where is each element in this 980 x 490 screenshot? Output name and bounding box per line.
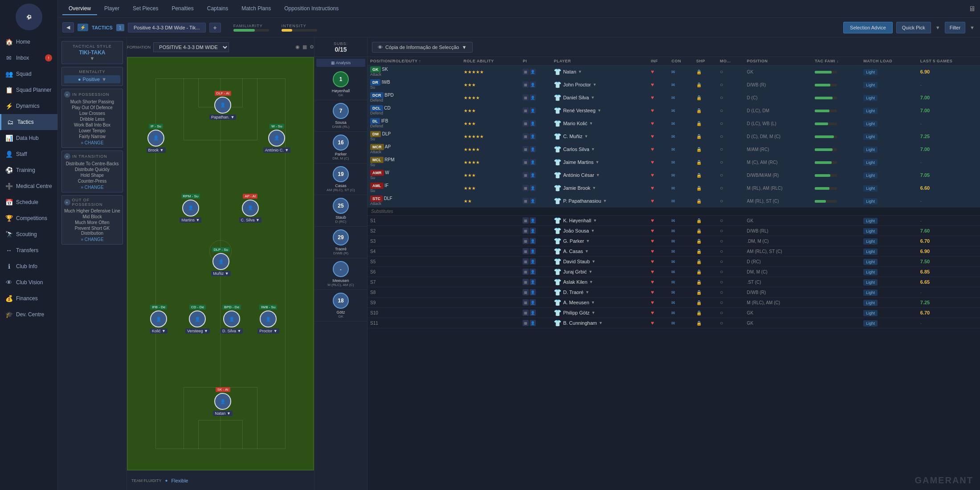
mentality-value[interactable]: ● Positive ▼ <box>64 75 120 83</box>
selection-advice-button[interactable]: Selection Advice <box>843 22 893 33</box>
th-player[interactable]: PLAYER <box>551 57 648 65</box>
filter-button[interactable]: Filter <box>945 22 965 33</box>
tab-captains[interactable]: Captains <box>201 3 234 15</box>
tab-set-pieces[interactable]: Set Pieces <box>127 3 164 15</box>
td-player[interactable]: 👕 Jaime Martins ▼ <box>551 156 648 169</box>
th-position-fit[interactable]: POSITION <box>744 57 813 65</box>
sidebar-item-finances[interactable]: 💰 Finances <box>0 290 57 306</box>
td-player[interactable]: 👕 René Versteeg ▼ <box>551 104 648 117</box>
player-d-silva[interactable]: BPD - De 👤 D. Silva ▼ <box>220 305 243 334</box>
player-muniz[interactable]: DLP - Su 👤 Muñiz ▼ <box>211 247 230 276</box>
copy-info-button[interactable]: 👁 Cópia de Informação de Selecção ▼ <box>372 42 473 53</box>
sidebar-item-dev-centre[interactable]: 🎓 Dev. Centre <box>0 306 57 323</box>
td-player[interactable]: 👕 Daniel Silva ▼ <box>551 91 648 104</box>
sidebar-item-competitions[interactable]: 🏆 Competitions <box>0 210 57 226</box>
td-player[interactable]: 👕 G. Parker ▼ <box>551 236 648 246</box>
sub-player-traore[interactable]: 29 Traoré D/WB (R) <box>314 227 367 258</box>
td-player[interactable]: 👕 Juraj Grbić ▼ <box>551 267 648 277</box>
tab-penalties[interactable]: Penalties <box>165 3 200 15</box>
player-c-silva[interactable]: AP - At 👤 C. Silva ▼ <box>239 194 261 223</box>
sidebar-item-training[interactable]: ⚽ Training <box>0 162 57 178</box>
td-player[interactable]: 👕 Aslak Kilen ▼ <box>551 277 648 287</box>
td-player[interactable]: 👕 David Staub ▼ <box>551 257 648 267</box>
tab-match-plans[interactable]: Match Plans <box>235 3 277 15</box>
th-role-ability[interactable]: ROLE ABILITY <box>461 57 520 65</box>
copy-info-arrow[interactable]: ▼ <box>462 45 467 50</box>
th-last5[interactable]: LAST 5 GAMES <box>918 57 980 65</box>
td-player[interactable]: 👕 John Proctor ▼ <box>551 78 648 91</box>
sidebar-item-medical[interactable]: ➕ Medical Centre <box>0 178 57 194</box>
sub-player-meeusen[interactable]: - Meeusen M (RLC), AM (C) <box>314 258 367 290</box>
out-possession-change-btn[interactable]: » CHANGE <box>64 237 120 242</box>
sub-player-staub[interactable]: 25 Staub D (RC) <box>314 195 367 227</box>
player-papathanassiou[interactable]: DLF - At 👤 Papathan. ▼ <box>209 91 236 120</box>
td-player[interactable]: 👕 Mario Kolić ▼ <box>551 117 648 130</box>
sidebar-item-transfers[interactable]: ↔ Transfers <box>0 242 57 258</box>
sidebar-item-tactics[interactable]: 🗂 Tactics <box>0 114 57 130</box>
quick-pick-button[interactable]: Quick Pick <box>896 22 931 33</box>
td-player[interactable]: 👕 Natan ▼ <box>551 65 648 78</box>
td-player[interactable]: 👕 P. Papathanasiou ▼ <box>551 195 648 208</box>
tactic-style-arrow[interactable]: ▼ <box>90 56 95 61</box>
sub-player-casas[interactable]: 19 Casas AM (RLC), ST (C) <box>314 163 367 195</box>
gear-icon[interactable]: ⚙ <box>310 44 314 50</box>
add-tactic-button[interactable]: + <box>209 23 221 33</box>
quick-pick-arrow[interactable]: ▼ <box>935 25 941 30</box>
tab-opposition-instructions[interactable]: Opposition Instructions <box>278 3 345 15</box>
player-kolic[interactable]: IFB - De 👤 Kolić ▼ <box>150 305 167 334</box>
player-brook[interactable]: IF - Su 👤 Brook ▼ <box>147 124 166 153</box>
player-antonio[interactable]: W - Su 👤 António C. ▼ <box>263 124 290 153</box>
player-natan[interactable]: SK - At 👤 Natan ▼ <box>213 387 232 416</box>
td-player[interactable]: 👕 António César ▼ <box>551 169 648 182</box>
back-button[interactable]: ◀ <box>62 22 74 33</box>
th-mo[interactable]: MO... <box>717 57 744 65</box>
filter-arrow[interactable]: ▼ <box>969 25 976 30</box>
transition-change-btn[interactable]: » CHANGE <box>64 185 120 190</box>
td-player[interactable]: 👕 Philipp Götz ▼ <box>551 308 648 318</box>
sidebar-item-squad[interactable]: 👥 Squad <box>0 66 57 82</box>
player-versteeg[interactable]: CD - De 👤 Versteeg ▼ <box>185 305 210 334</box>
mentality-dropdown[interactable]: ▼ <box>102 77 106 82</box>
th-pi[interactable]: PI <box>520 57 551 65</box>
possession-change-btn[interactable]: » CHANGE <box>64 140 120 145</box>
th-con[interactable]: CON <box>669 57 694 65</box>
th-inf[interactable]: INF <box>648 57 669 65</box>
sidebar-item-club-vision[interactable]: 👁 Club Vision <box>0 274 57 290</box>
formation-select[interactable]: POSITIVE 4-3-3 DM WIDE <box>153 42 229 52</box>
sub-player-parker[interactable]: 16 Parker DM, M (C) <box>314 132 367 163</box>
td-player[interactable]: 👕 D. Traoré ▼ <box>551 287 648 298</box>
sidebar-item-squad-planner[interactable]: 📋 Squad Planner <box>0 82 57 98</box>
td-player[interactable]: 👕 C. Muñiz ▼ <box>551 130 648 143</box>
sidebar-item-scouting[interactable]: 🔭 Scouting <box>0 226 57 242</box>
td-player[interactable]: 👕 A. Casas ▼ <box>551 246 648 257</box>
sidebar-item-inbox[interactable]: ✉ Inbox ! <box>0 50 57 66</box>
td-player[interactable]: 👕 B. Cunningham ▼ <box>551 318 648 328</box>
sidebar-item-data-hub[interactable]: 📊 Data Hub <box>0 130 57 146</box>
sidebar-item-club-info[interactable]: ℹ Club Info <box>0 258 57 274</box>
tactics-name[interactable]: Positive 4-3-3 DM Wide - Tik... <box>128 23 206 33</box>
th-tac-fami[interactable]: TAC FAMI ↓ <box>812 57 861 65</box>
sub-player-sousa[interactable]: 7 Sousa D/WB (RL) <box>314 100 367 132</box>
td-player[interactable]: 👕 Jamie Brook ▼ <box>551 182 648 195</box>
tab-player[interactable]: Player <box>98 3 126 15</box>
sidebar-item-home[interactable]: 🏠 Home <box>0 34 57 50</box>
td-player[interactable]: 👕 A. Meeusen ▼ <box>551 298 648 308</box>
pie-chart-icon[interactable]: ◉ <box>295 44 300 50</box>
th-match-load[interactable]: MATCH LOAD <box>861 57 917 65</box>
sidebar-item-schedule[interactable]: 📅 Schedule <box>0 194 57 210</box>
td-player[interactable]: 👕 K. Høyenhall ▼ <box>551 216 648 226</box>
th-shp[interactable]: SHP <box>694 57 717 65</box>
th-position[interactable]: POSITION/ROLE/DUTY ↑ <box>368 57 461 65</box>
sub-player-gotz[interactable]: 18 Götz GK <box>314 290 367 322</box>
sidebar-item-dynamics[interactable]: ⚡ Dynamics <box>0 98 57 114</box>
sidebar-item-staff[interactable]: 👤 Staff <box>0 146 57 162</box>
player-martins[interactable]: RPM - Su 👤 Martins ▼ <box>180 194 201 223</box>
sub-player-hoyenhall[interactable]: 1 Høyenhall GK <box>314 69 367 100</box>
td-player[interactable]: 👕 Carlos Silva ▼ <box>551 143 648 156</box>
player-proctor[interactable]: IWB - Su 👤 Proctor ▼ <box>257 305 279 334</box>
bar-chart-icon[interactable]: ▦ <box>302 44 307 50</box>
tab-overview[interactable]: Overview <box>62 3 97 15</box>
td-mo: ○ <box>717 143 744 156</box>
td-player[interactable]: 👕 João Sousa ▼ <box>551 226 648 236</box>
analysis-button[interactable]: ▦ Analysis <box>316 59 365 67</box>
